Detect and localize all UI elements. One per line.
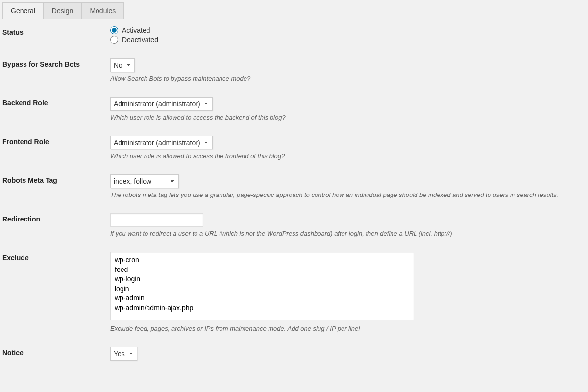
input-redirection[interactable]	[110, 213, 203, 227]
row-backend-role: Backend Role Administrator (administrato…	[2, 97, 586, 121]
settings-tabs: General Design Modules	[0, 2, 588, 19]
radio-option-activated: Activated	[110, 26, 586, 34]
label-frontend-role: Frontend Role	[2, 136, 110, 146]
label-robots: Robots Meta Tag	[2, 174, 110, 184]
radio-activated[interactable]	[110, 26, 118, 34]
row-frontend-role: Frontend Role Administrator (administrat…	[2, 136, 586, 160]
field-bypass: No Allow Search Bots to bypass maintenan…	[110, 58, 586, 82]
settings-content: Status Activated Deactivated Bypass for …	[0, 19, 588, 378]
label-backend-role: Backend Role	[2, 97, 110, 107]
label-redirection: Redirection	[2, 213, 110, 223]
field-redirection: If you want to redirect a user to a URL …	[110, 213, 586, 237]
desc-bypass: Allow Search Bots to bypass maintenance …	[110, 75, 586, 82]
row-notice: Notice Yes	[2, 347, 586, 361]
select-frontend-role[interactable]: Administrator (administrator)	[110, 136, 213, 149]
tab-design[interactable]: Design	[44, 2, 82, 19]
radio-deactivated[interactable]	[110, 36, 118, 44]
tab-modules[interactable]: Modules	[81, 2, 124, 19]
radio-option-deactivated: Deactivated	[110, 36, 586, 44]
select-notice[interactable]: Yes	[110, 347, 137, 361]
desc-frontend-role: Which user role is allowed to access the…	[110, 152, 586, 160]
label-notice: Notice	[2, 347, 110, 357]
desc-backend-role: Which user role is allowed to access the…	[110, 114, 586, 121]
row-status: Status Activated Deactivated	[2, 26, 586, 44]
field-status: Activated Deactivated	[110, 26, 586, 44]
row-redirection: Redirection If you want to redirect a us…	[2, 213, 586, 237]
textarea-exclude[interactable]: wp-cron feed wp-login login wp-admin wp-…	[110, 252, 414, 320]
desc-redirection: If you want to redirect a user to a URL …	[110, 230, 586, 237]
desc-exclude: Exclude feed, pages, archives or IPs fro…	[110, 325, 586, 332]
field-frontend-role: Administrator (administrator) Which user…	[110, 136, 586, 160]
select-robots[interactable]: index, follow	[110, 174, 179, 188]
row-robots: Robots Meta Tag index, follow The robots…	[2, 174, 586, 198]
radio-deactivated-label: Deactivated	[122, 36, 158, 44]
row-bypass: Bypass for Search Bots No Allow Search B…	[2, 58, 586, 82]
row-exclude: Exclude wp-cron feed wp-login login wp-a…	[2, 252, 586, 332]
field-exclude: wp-cron feed wp-login login wp-admin wp-…	[110, 252, 586, 332]
label-status: Status	[2, 26, 110, 36]
field-backend-role: Administrator (administrator) Which user…	[110, 97, 586, 121]
status-radio-group: Activated Deactivated	[110, 26, 586, 44]
radio-activated-label: Activated	[122, 26, 150, 34]
desc-robots: The robots meta tag lets you use a granu…	[110, 191, 586, 198]
field-notice: Yes	[110, 347, 586, 361]
select-backend-role[interactable]: Administrator (administrator)	[110, 97, 213, 111]
tab-general[interactable]: General	[2, 2, 44, 19]
label-bypass: Bypass for Search Bots	[2, 58, 110, 68]
label-exclude: Exclude	[2, 252, 110, 262]
field-robots: index, follow The robots meta tag lets y…	[110, 174, 586, 198]
select-bypass[interactable]: No	[110, 58, 135, 72]
